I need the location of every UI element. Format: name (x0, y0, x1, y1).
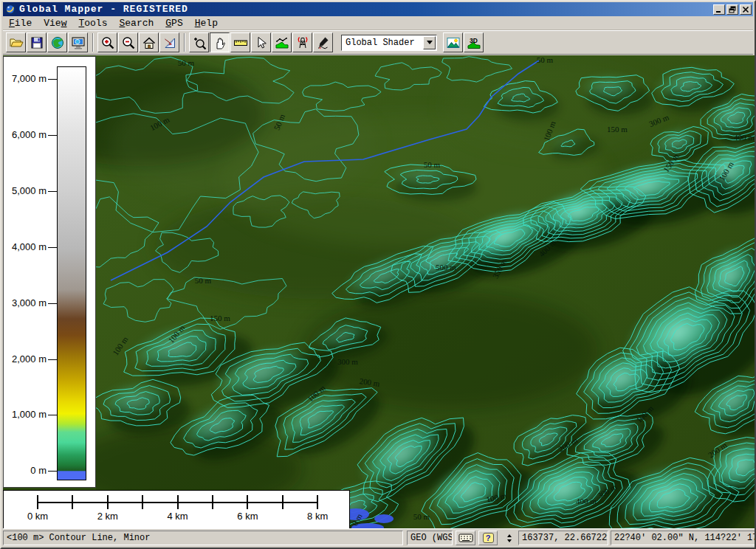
select-arrow-button[interactable] (251, 32, 271, 52)
contour-label: 50 m (178, 58, 195, 67)
map-canvas[interactable]: 50 m100 m50 m50 m50 m100 m150 m300 m400 … (96, 55, 756, 531)
menu-file[interactable]: File (3, 17, 38, 30)
open-icon (9, 35, 24, 50)
legend-tick-label: 5,000 m (4, 185, 47, 196)
legend-tick-label: 2,000 m (4, 353, 47, 365)
contour-label: 400 m (576, 497, 597, 505)
svg-text:3D: 3D (470, 36, 478, 44)
status-bar: <100 m> Contour Line, Minor GEO (WGS84 ?… (3, 528, 756, 546)
measure-button[interactable] (230, 32, 250, 52)
contour-label: 300 m (337, 357, 358, 366)
path-profile-button[interactable] (272, 32, 292, 52)
legend-tick-mark (48, 79, 57, 80)
menu-search[interactable]: Search (113, 17, 159, 30)
minimize-button[interactable] (713, 4, 725, 15)
spin-down-icon[interactable] (507, 539, 512, 545)
spin-up-icon[interactable] (507, 532, 512, 537)
legend-tick-label: 6,000 m (4, 129, 47, 140)
full-view-button[interactable] (139, 32, 159, 52)
contour-label: 50 m (424, 160, 441, 169)
title-bar[interactable]: Global Mapper - REGISTERED (3, 2, 753, 16)
screen-export-button[interactable] (68, 32, 88, 52)
select-arrow-icon (254, 35, 269, 50)
elevation-legend: 7,000 m6,000 m5,000 m4,000 m3,000 m2,000… (3, 56, 96, 488)
menu-tools[interactable]: Tools (72, 17, 113, 30)
image-view-button[interactable] (443, 32, 463, 52)
contour-label: 150 m (607, 125, 628, 134)
zoom-out-button[interactable] (118, 32, 138, 52)
scale-label: 8 km (307, 511, 328, 522)
position-spinner[interactable] (504, 531, 515, 545)
legend-tick-mark (48, 247, 57, 248)
configure-icon (162, 35, 177, 50)
zoom-in-button[interactable] (97, 32, 117, 52)
contour-label: 150 m (210, 314, 230, 322)
zoom-tool-button[interactable] (189, 32, 209, 52)
contour-label: 50 m (413, 512, 430, 521)
measure-icon (233, 35, 248, 50)
scale-label: 6 km (237, 511, 258, 522)
menu-bar: FileViewToolsSearchGPSHelp (3, 16, 753, 30)
scale-label: 0 km (27, 511, 48, 522)
close-icon (742, 6, 749, 13)
pan-hand-icon (213, 35, 227, 50)
legend-tick-label: 7,000 m (4, 73, 47, 84)
contour-label: 50 m (537, 55, 554, 64)
legend-tick-label: 4,000 m (4, 241, 47, 252)
scale-tick (177, 495, 179, 509)
configure-button[interactable] (159, 32, 179, 52)
gps-button[interactable] (292, 32, 312, 52)
image-view-icon (446, 35, 461, 50)
toolbar: Global Shader 3D (3, 30, 753, 55)
path-profile-icon (275, 35, 289, 50)
shader-dropdown-value: Global Shader (342, 38, 422, 48)
legend-tick-mark (48, 471, 57, 472)
restore-icon (729, 6, 736, 13)
restore-button[interactable] (726, 4, 738, 15)
open-button[interactable] (6, 32, 26, 52)
legend-tick-label: 0 m (4, 465, 47, 476)
pan-hand-button[interactable] (210, 32, 230, 52)
menu-help[interactable]: Help (189, 17, 224, 30)
scale-tick (282, 495, 284, 509)
legend-tick-mark (48, 415, 57, 415)
map-workspace: 50 m100 m50 m50 m50 m100 m150 m300 m400 … (3, 55, 756, 531)
full-view-icon (142, 35, 157, 50)
zoom-tool-icon (192, 35, 207, 50)
contour-label: 400 m (734, 133, 755, 142)
close-button[interactable] (740, 4, 752, 15)
zoom-out-icon (121, 35, 136, 50)
help-button[interactable]: ? (478, 531, 498, 545)
zoom-in-icon (100, 35, 115, 50)
save-icon (30, 35, 44, 50)
minimize-icon (715, 6, 723, 13)
save-button[interactable] (27, 32, 47, 52)
keyboard-button[interactable] (456, 531, 475, 545)
digitizer-button[interactable] (313, 32, 333, 52)
view-3d-button[interactable]: 3D (464, 32, 484, 52)
scale-tick (107, 495, 109, 509)
view-3d-icon: 3D (467, 35, 481, 50)
window-title: Global Mapper - REGISTERED (19, 4, 188, 15)
global-mapper-window: Global Mapper - REGISTERED FileViewTools… (0, 0, 756, 549)
feature-status-field: <100 m> Contour Line, Minor (3, 531, 403, 545)
scale-tick (317, 495, 318, 509)
shader-dropdown[interactable]: Global Shader (341, 35, 437, 51)
digitizer-icon (316, 35, 331, 50)
legend-tick-mark (48, 135, 57, 136)
menu-view[interactable]: View (38, 17, 72, 30)
scale-tick (142, 495, 143, 509)
app-icon (4, 4, 16, 15)
menu-gps[interactable]: GPS (159, 17, 188, 30)
keyboard-icon (458, 533, 473, 543)
world-button[interactable] (47, 32, 67, 52)
contour-label: 500 m (436, 263, 456, 272)
gps-icon (295, 35, 310, 50)
legend-tick-label: 3,000 m (4, 297, 47, 308)
legend-tick-mark (48, 191, 57, 192)
elevation-gradient-bar (57, 66, 86, 480)
scale-tick (72, 495, 73, 509)
distance-scale-bar: 0 km2 km4 km6 km8 km (3, 490, 350, 530)
chevron-down-icon[interactable] (423, 36, 436, 49)
contour-label: 50 m (195, 276, 212, 285)
